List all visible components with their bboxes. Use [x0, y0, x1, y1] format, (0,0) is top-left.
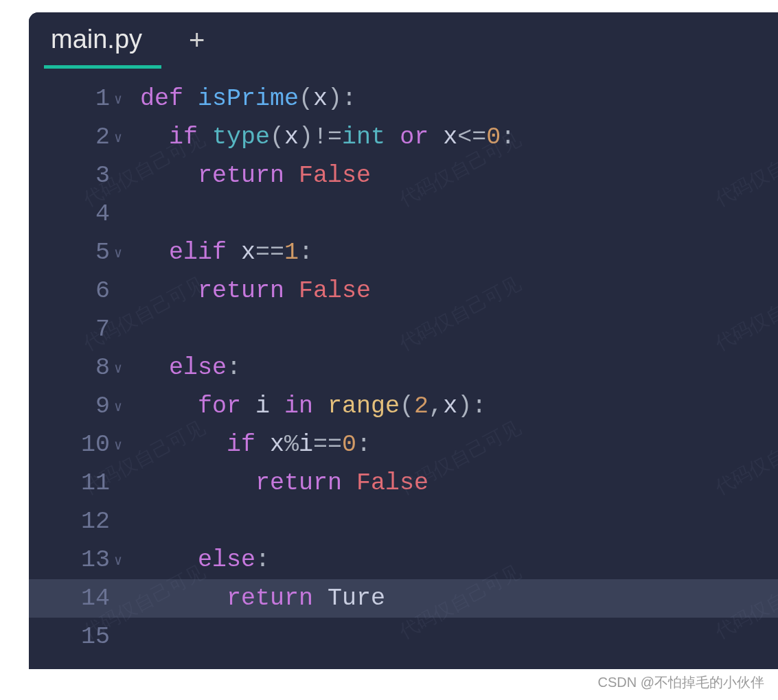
tab-bar: main.py +: [29, 12, 778, 67]
code-content: for i in range(2,x):: [132, 387, 486, 425]
fold-chevron-icon[interactable]: ∨: [110, 542, 126, 581]
fold-chevron-icon: [110, 158, 126, 196]
code-content: else:: [132, 541, 270, 579]
line-number: 4: [95, 195, 110, 233]
line-number: 5: [95, 233, 110, 272]
code-content: return Ture: [132, 579, 385, 618]
line-number: 3: [95, 156, 110, 195]
gutter: 4: [29, 195, 132, 233]
gutter: 12: [29, 502, 132, 541]
line-number: 2: [95, 118, 110, 156]
gutter: 6: [29, 272, 132, 310]
fold-chevron-icon[interactable]: ∨: [110, 119, 126, 158]
fold-chevron-icon: [110, 504, 126, 542]
code-content: return False: [132, 464, 428, 502]
code-line[interactable]: 6 return False: [29, 272, 778, 310]
fold-chevron-icon: [110, 273, 126, 312]
fold-chevron-icon[interactable]: ∨: [110, 350, 126, 388]
code-line[interactable]: 3 return False: [29, 156, 778, 195]
line-number: 1: [95, 80, 110, 118]
line-number: 14: [81, 579, 110, 618]
gutter: 13∨: [29, 541, 132, 579]
line-number: 10: [81, 425, 110, 464]
gutter: 9∨: [29, 387, 132, 425]
code-line[interactable]: 9∨ for i in range(2,x):: [29, 387, 778, 425]
code-line[interactable]: 7: [29, 310, 778, 349]
gutter: 15: [29, 618, 132, 656]
fold-chevron-icon: [110, 312, 126, 350]
code-line[interactable]: 8∨ else:: [29, 349, 778, 387]
code-area[interactable]: 1∨def isPrime(x):2∨ if type(x)!=int or x…: [29, 67, 778, 656]
gutter: 2∨: [29, 118, 132, 156]
gutter: 1∨: [29, 80, 132, 118]
tab-label: main.py: [51, 25, 142, 54]
attribution-text: CSDN @不怕掉毛的小伙伴: [597, 673, 764, 692]
code-line[interactable]: 5∨ elif x==1:: [29, 233, 778, 272]
gutter: 11: [29, 464, 132, 502]
fold-chevron-icon[interactable]: ∨: [110, 81, 126, 119]
fold-chevron-icon: [110, 581, 126, 619]
gutter: 8∨: [29, 349, 132, 387]
line-number: 6: [95, 272, 110, 310]
gutter: 5∨: [29, 233, 132, 272]
fold-chevron-icon[interactable]: ∨: [110, 235, 126, 273]
fold-chevron-icon: [110, 619, 126, 657]
gutter: 7: [29, 310, 132, 349]
code-line[interactable]: 1∨def isPrime(x):: [29, 80, 778, 118]
fold-chevron-icon: [110, 465, 126, 504]
gutter: 10∨: [29, 425, 132, 464]
code-content: return False: [132, 156, 371, 195]
code-content: if type(x)!=int or x<=0:: [132, 118, 515, 156]
code-content: elif x==1:: [132, 233, 313, 272]
tab-main-py[interactable]: main.py: [44, 14, 161, 69]
add-tab-button[interactable]: +: [189, 25, 205, 56]
line-number: 9: [95, 387, 110, 425]
code-line[interactable]: 10∨ if x%i==0:: [29, 425, 778, 464]
line-number: 8: [95, 349, 110, 387]
line-number: 15: [81, 618, 110, 656]
code-line[interactable]: 4: [29, 195, 778, 233]
code-line[interactable]: 14 return Ture: [29, 579, 778, 618]
line-number: 13: [81, 541, 110, 579]
code-line[interactable]: 12: [29, 502, 778, 541]
code-content: else:: [132, 349, 241, 387]
code-line[interactable]: 13∨ else:: [29, 541, 778, 579]
line-number: 12: [81, 502, 110, 541]
line-number: 11: [81, 464, 110, 502]
code-content: def isPrime(x):: [132, 80, 356, 118]
code-line[interactable]: 2∨ if type(x)!=int or x<=0:: [29, 118, 778, 156]
fold-chevron-icon[interactable]: ∨: [110, 388, 126, 427]
gutter: 3: [29, 156, 132, 195]
code-line[interactable]: 11 return False: [29, 464, 778, 502]
code-content: if x%i==0:: [132, 425, 371, 464]
code-content: return False: [132, 272, 371, 310]
plus-icon: +: [189, 25, 205, 55]
line-number: 7: [95, 310, 110, 349]
fold-chevron-icon: [110, 196, 126, 235]
gutter: 14: [29, 579, 132, 618]
code-line[interactable]: 15: [29, 618, 778, 656]
code-editor: main.py + 1∨def isPrime(x):2∨ if type(x)…: [29, 12, 778, 669]
fold-chevron-icon[interactable]: ∨: [110, 427, 126, 465]
